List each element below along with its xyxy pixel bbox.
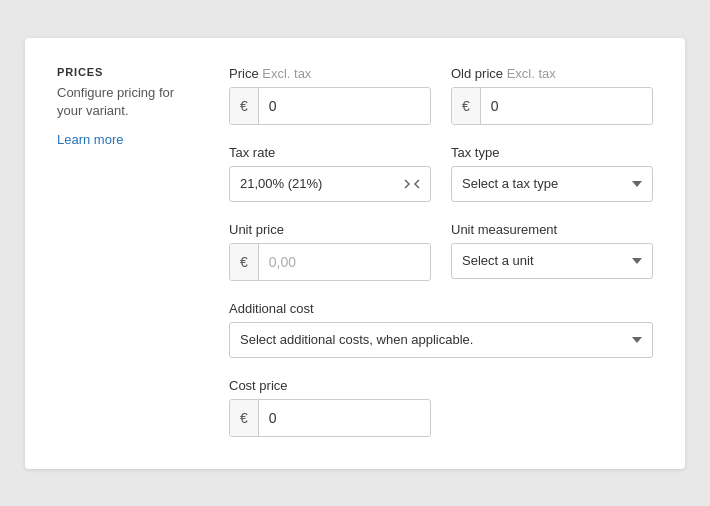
price-label: Price Excl. tax: [229, 66, 431, 81]
unit-measurement-select[interactable]: Select a unit: [451, 243, 653, 279]
cost-price-currency-prefix: €: [230, 400, 259, 436]
unit-measurement-group: Unit measurement Select a unit: [451, 222, 653, 281]
sidebar: PRICES Configure pricing for your varian…: [57, 66, 197, 437]
tax-type-group: Tax type Select a tax type: [451, 145, 653, 202]
additional-cost-select[interactable]: Select additional costs, when applicable…: [229, 322, 653, 358]
tax-type-select[interactable]: Select a tax type: [451, 166, 653, 202]
unit-row: Unit price € Unit measurement Select a u…: [229, 222, 653, 281]
unit-price-label: Unit price: [229, 222, 431, 237]
cost-price-row: Cost price €: [229, 378, 653, 437]
unit-price-group: Unit price €: [229, 222, 431, 281]
tax-row: Tax rate 21,00% (21%) Tax type Select a …: [229, 145, 653, 202]
form-area: Price Excl. tax € Old price Excl. tax €: [229, 66, 653, 437]
cost-price-input[interactable]: [259, 400, 430, 436]
unit-price-input[interactable]: [259, 244, 430, 280]
learn-more-link[interactable]: Learn more: [57, 132, 123, 147]
section-title: PRICES: [57, 66, 197, 78]
unit-measurement-label: Unit measurement: [451, 222, 653, 237]
old-price-input-wrapper: €: [451, 87, 653, 125]
unit-price-input-wrapper: €: [229, 243, 431, 281]
unit-price-currency-prefix: €: [230, 244, 259, 280]
price-input-wrapper: €: [229, 87, 431, 125]
price-input[interactable]: [259, 88, 430, 124]
cost-price-spacer: [451, 378, 653, 437]
old-price-label: Old price Excl. tax: [451, 66, 653, 81]
additional-cost-row: Additional cost Select additional costs,…: [229, 301, 653, 358]
cost-price-input-wrapper: €: [229, 399, 431, 437]
price-currency-prefix: €: [230, 88, 259, 124]
old-price-currency-prefix: €: [452, 88, 481, 124]
old-price-input[interactable]: [481, 88, 652, 124]
cost-price-label: Cost price: [229, 378, 431, 393]
tax-rate-select[interactable]: 21,00% (21%): [229, 166, 431, 202]
section-description: Configure pricing for your variant.: [57, 84, 197, 120]
additional-cost-label: Additional cost: [229, 301, 653, 316]
tax-rate-label: Tax rate: [229, 145, 431, 160]
prices-card: PRICES Configure pricing for your varian…: [25, 38, 685, 469]
additional-cost-group: Additional cost Select additional costs,…: [229, 301, 653, 358]
price-row: Price Excl. tax € Old price Excl. tax €: [229, 66, 653, 125]
price-group: Price Excl. tax €: [229, 66, 431, 125]
tax-type-label: Tax type: [451, 145, 653, 160]
cost-price-group: Cost price €: [229, 378, 431, 437]
old-price-group: Old price Excl. tax €: [451, 66, 653, 125]
tax-rate-group: Tax rate 21,00% (21%): [229, 145, 431, 202]
